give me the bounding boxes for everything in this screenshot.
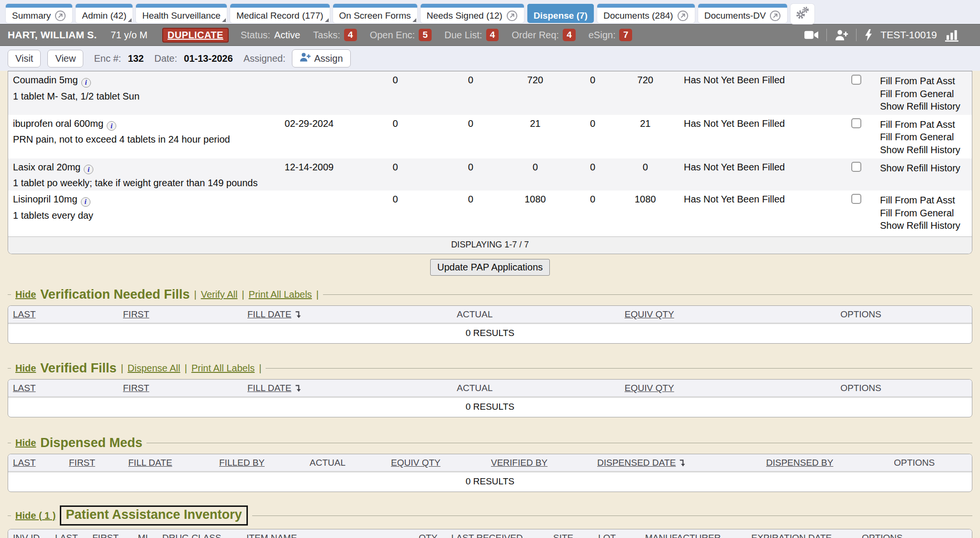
fill-from-pat-asst-link[interactable]: Fill From Pat Asst <box>880 194 968 207</box>
open-in-new-window-icon[interactable] <box>506 10 518 22</box>
view-button[interactable]: View <box>47 50 83 67</box>
open-enc-count-badge[interactable]: 5 <box>419 29 432 41</box>
open-in-new-window-icon[interactable] <box>769 10 781 22</box>
col-site[interactable]: SITE <box>548 529 593 538</box>
verified-fills-table: LAST FIRST FILL DATE ACTUAL EQUIV QTY OP… <box>8 379 972 417</box>
fill-from-general-link[interactable]: Fill From General <box>880 207 968 220</box>
med-qty: 1080 <box>615 191 675 236</box>
section-title: Verified Fills <box>40 361 116 376</box>
assign-person-icon <box>300 53 311 64</box>
med-table-paging: DISPLAYING 1-7 / 7 <box>8 236 972 254</box>
lightning-icon[interactable] <box>865 29 872 41</box>
col-verified-by[interactable]: VERIFIED BY <box>486 454 592 472</box>
duplicate-badge[interactable]: DUPLICATE <box>162 28 229 43</box>
fill-from-pat-asst-link[interactable]: Fill From Pat Asst <box>880 75 968 88</box>
info-icon[interactable]: i <box>81 78 91 88</box>
col-lot[interactable]: LOT <box>593 529 640 538</box>
col-fill-date[interactable]: FILL DATE <box>123 454 214 472</box>
col-expiration-date[interactable]: EXPIRATION DATE <box>746 529 857 538</box>
col-first[interactable]: FIRST <box>118 380 243 397</box>
tab-settings-button[interactable] <box>791 4 814 24</box>
med-date <box>268 71 350 115</box>
add-person-icon[interactable] <box>835 30 848 41</box>
fill-from-general-link[interactable]: Fill From General <box>880 88 968 101</box>
tasks-count-badge[interactable]: 4 <box>344 29 357 41</box>
order-req-count-badge[interactable]: 4 <box>563 29 576 41</box>
tab-medical-record[interactable]: Medical Record (177) <box>230 4 330 23</box>
show-refill-history-link[interactable]: Show Refill History <box>880 162 968 175</box>
col-qty[interactable]: QTY <box>414 529 446 538</box>
open-in-new-window-icon[interactable] <box>55 10 66 22</box>
update-pap-applications-button[interactable]: Update PAP Applications <box>430 259 550 276</box>
col-options: OPTIONS <box>889 454 972 472</box>
col-actual: ACTUAL <box>401 380 549 397</box>
dispense-all-link[interactable]: Dispense All <box>128 363 180 374</box>
col-filled-by[interactable]: FILLED BY <box>214 454 305 472</box>
print-all-labels-link[interactable]: Print All Labels <box>249 289 312 300</box>
visit-button[interactable]: Visit <box>8 50 41 67</box>
tab-documents[interactable]: Documents (284) <box>597 4 695 23</box>
col-dispensed-date[interactable]: DISPENSED DATE <box>592 454 761 472</box>
section-title-highlighted: Patient Assistance Inventory <box>60 505 247 526</box>
tab-admin[interactable]: Admin (42) <box>76 4 133 23</box>
row-options: Fill From Pat Asst Fill From General Sho… <box>876 71 972 115</box>
verify-all-link[interactable]: Verify All <box>201 289 238 300</box>
assign-button[interactable]: Assign <box>292 49 350 67</box>
fill-from-pat-asst-link[interactable]: Fill From Pat Asst <box>880 118 968 131</box>
tab-needs-signed[interactable]: Needs Signed (12) <box>421 4 524 23</box>
col-last[interactable]: LAST <box>50 529 88 538</box>
col-options: OPTIONS <box>857 529 972 538</box>
tab-dispense[interactable]: Dispense (7) <box>527 4 594 23</box>
divider <box>266 368 972 369</box>
col-manufacturer[interactable]: MANUFACTURER <box>640 529 746 538</box>
hide-dispensed-meds-link[interactable]: Hide <box>15 437 36 448</box>
tab-health-surveillance[interactable]: Health Surveillance <box>136 4 227 23</box>
esign-count-badge[interactable]: 7 <box>619 29 632 41</box>
col-last[interactable]: LAST <box>8 306 118 324</box>
col-dispensed-by[interactable]: DISPENSED BY <box>761 454 889 472</box>
tab-documents-dv[interactable]: Documents-DV <box>698 4 788 23</box>
tab-summary[interactable]: Summary <box>6 4 72 23</box>
col-fill-date[interactable]: FILL DATE <box>243 380 401 397</box>
row-checkbox[interactable] <box>851 194 861 204</box>
info-icon[interactable]: i <box>81 197 90 207</box>
col-last[interactable]: LAST <box>8 454 64 472</box>
row-options: Fill From Pat Asst Fill From General Sho… <box>876 191 972 236</box>
col-equiv-qty[interactable]: EQUIV QTY <box>386 454 486 472</box>
row-checkbox[interactable] <box>851 162 861 172</box>
col-equiv-qty[interactable]: EQUIV QTY <box>549 306 750 324</box>
med-name: Lasix oral 20mg <box>13 162 80 172</box>
open-in-new-window-icon[interactable] <box>677 10 689 22</box>
med-sig: 1 tablet M- Sat, 1/2 tablet Sun <box>13 91 265 102</box>
show-refill-history-link[interactable]: Show Refill History <box>880 100 968 113</box>
col-first[interactable]: FIRST <box>88 529 133 538</box>
col-first[interactable]: FIRST <box>118 306 243 324</box>
hide-patient-assistance-inventory-link[interactable]: Hide ( 1 ) <box>15 510 56 521</box>
row-checkbox[interactable] <box>851 118 861 128</box>
bar-chart-icon[interactable] <box>945 29 960 42</box>
col-item-name[interactable]: ITEM NAME <box>242 529 414 538</box>
tab-on-screen-forms[interactable]: On Screen Forms <box>333 4 417 23</box>
med-qty: 0 <box>615 158 675 191</box>
col-inv-id[interactable]: INV ID <box>8 529 50 538</box>
col-last[interactable]: LAST <box>8 380 118 397</box>
hide-verification-needed-fills-link[interactable]: Hide <box>15 289 36 300</box>
info-icon[interactable]: i <box>107 121 116 131</box>
main-tab-bar: Summary Admin (42) Health Surveillance M… <box>0 0 980 24</box>
col-first[interactable]: FIRST <box>64 454 123 472</box>
divider <box>826 29 827 41</box>
verified-fills-header: Hide Verified Fills | Dispense All | Pri… <box>8 361 972 376</box>
video-camera-icon[interactable] <box>804 30 818 40</box>
info-icon[interactable]: i <box>84 165 93 174</box>
col-equiv-qty[interactable]: EQUIV QTY <box>549 380 750 397</box>
row-checkbox[interactable] <box>851 75 861 85</box>
divider <box>856 29 857 41</box>
print-all-labels-link[interactable]: Print All Labels <box>191 363 255 374</box>
show-refill-history-link[interactable]: Show Refill History <box>880 219 968 232</box>
due-list-count-badge[interactable]: 4 <box>486 29 499 41</box>
hide-verified-fills-link[interactable]: Hide <box>15 363 36 374</box>
col-fill-date[interactable]: FILL DATE <box>243 306 401 324</box>
fill-from-general-link[interactable]: Fill From General <box>880 131 968 144</box>
col-mi[interactable]: MI <box>133 529 157 538</box>
show-refill-history-link[interactable]: Show Refill History <box>880 144 968 157</box>
